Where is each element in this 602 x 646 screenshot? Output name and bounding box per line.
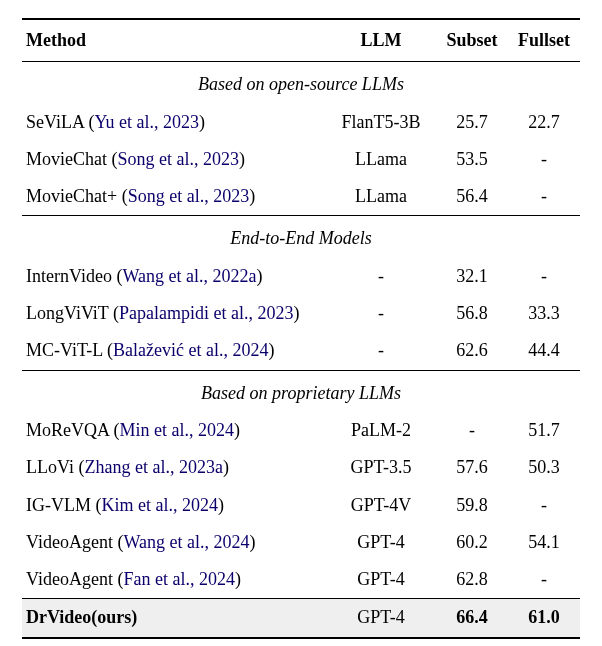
citation: Papalampidi et al., 2023 <box>119 303 293 323</box>
llm-cell: FlanT5-3B <box>326 104 436 141</box>
method-name: DrVideo(ours) <box>22 599 326 638</box>
subset-cell: 53.5 <box>436 141 508 178</box>
citation: Wang et al., 2022a <box>122 266 256 286</box>
method-name: VideoAgent <box>26 532 113 552</box>
method-name: IG-VLM <box>26 495 91 515</box>
table-row: InternVideo (Wang et al., 2022a) - 32.1 … <box>22 258 580 295</box>
method-name: VideoAgent <box>26 569 113 589</box>
table-row: LongViViT (Papalampidi et al., 2023) - 5… <box>22 295 580 332</box>
table-row: MovieChat (Song et al., 2023) LLama 53.5… <box>22 141 580 178</box>
subset-cell: 25.7 <box>436 104 508 141</box>
method-name: MoReVQA <box>26 420 109 440</box>
fullset-cell: 33.3 <box>508 295 580 332</box>
llm-cell: GPT-4 <box>326 599 436 638</box>
table-row: LLoVi (Zhang et al., 2023a) GPT-3.5 57.6… <box>22 449 580 486</box>
method-name: MovieChat <box>26 149 107 169</box>
table-row: IG-VLM (Kim et al., 2024) GPT-4V 59.8 - <box>22 487 580 524</box>
method-name: LLoVi <box>26 457 74 477</box>
citation: Song et al., 2023 <box>118 149 240 169</box>
subset-cell: 60.2 <box>436 524 508 561</box>
subset-cell: 56.4 <box>436 178 508 216</box>
citation: Balažević et al., 2024 <box>113 340 268 360</box>
subset-cell: 62.8 <box>436 561 508 599</box>
fullset-cell: 51.7 <box>508 412 580 449</box>
citation: Fan et al., 2024 <box>123 569 234 589</box>
fullset-cell: 61.0 <box>508 599 580 638</box>
subset-cell: 62.6 <box>436 332 508 370</box>
citation: Wang et al., 2024 <box>123 532 249 552</box>
llm-cell: PaLM-2 <box>326 412 436 449</box>
table-row: MoReVQA (Min et al., 2024) PaLM-2 - 51.7 <box>22 412 580 449</box>
section-label: Based on proprietary LLMs <box>22 370 580 412</box>
llm-cell: - <box>326 258 436 295</box>
table-row: SeViLA (Yu et al., 2023) FlanT5-3B 25.7 … <box>22 104 580 141</box>
citation: Song et al., 2023 <box>128 186 250 206</box>
method-name: MovieChat+ <box>26 186 117 206</box>
section-label: Based on open-source LLMs <box>22 62 580 104</box>
subset-cell: 56.8 <box>436 295 508 332</box>
fullset-cell: 44.4 <box>508 332 580 370</box>
method-name: LongViViT <box>26 303 109 323</box>
fullset-cell: - <box>508 141 580 178</box>
section-label: End-to-End Models <box>22 216 580 258</box>
citation: Kim et al., 2024 <box>102 495 218 515</box>
ours-row: DrVideo(ours) GPT-4 66.4 61.0 <box>22 599 580 638</box>
subset-cell: 59.8 <box>436 487 508 524</box>
fullset-cell: 50.3 <box>508 449 580 486</box>
fullset-cell: 22.7 <box>508 104 580 141</box>
llm-cell: GPT-4V <box>326 487 436 524</box>
llm-cell: GPT-4 <box>326 524 436 561</box>
results-table: Method LLM Subset Fullset Based on open-… <box>22 18 580 639</box>
table-row: VideoAgent (Fan et al., 2024) GPT-4 62.8… <box>22 561 580 599</box>
col-fullset: Fullset <box>508 19 580 62</box>
llm-cell: LLama <box>326 178 436 216</box>
fullset-cell: - <box>508 258 580 295</box>
subset-cell: 57.6 <box>436 449 508 486</box>
col-subset: Subset <box>436 19 508 62</box>
citation: Yu et al., 2023 <box>94 112 198 132</box>
fullset-cell: - <box>508 487 580 524</box>
llm-cell: - <box>326 295 436 332</box>
method-name: MC-ViT-L <box>26 340 103 360</box>
table-row: VideoAgent (Wang et al., 2024) GPT-4 60.… <box>22 524 580 561</box>
method-name: InternVideo <box>26 266 112 286</box>
llm-cell: GPT-4 <box>326 561 436 599</box>
citation: Zhang et al., 2023a <box>84 457 222 477</box>
citation: Min et al., 2024 <box>120 420 235 440</box>
llm-cell: - <box>326 332 436 370</box>
llm-cell: GPT-3.5 <box>326 449 436 486</box>
fullset-cell: 54.1 <box>508 524 580 561</box>
col-llm: LLM <box>326 19 436 62</box>
fullset-cell: - <box>508 178 580 216</box>
method-name: SeViLA <box>26 112 84 132</box>
llm-cell: LLama <box>326 141 436 178</box>
table-row: MovieChat+ (Song et al., 2023) LLama 56.… <box>22 178 580 216</box>
subset-cell: - <box>436 412 508 449</box>
subset-cell: 32.1 <box>436 258 508 295</box>
col-method: Method <box>22 19 326 62</box>
fullset-cell: - <box>508 561 580 599</box>
table-row: MC-ViT-L (Balažević et al., 2024) - 62.6… <box>22 332 580 370</box>
subset-cell: 66.4 <box>436 599 508 638</box>
